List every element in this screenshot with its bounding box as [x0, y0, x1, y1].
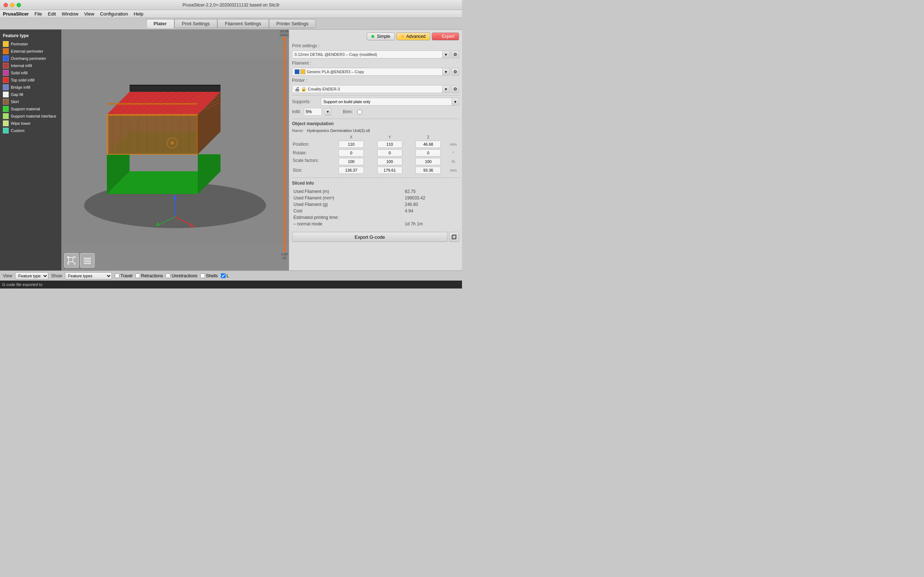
sliced-info-title: Sliced Info — [292, 181, 459, 186]
extra-checkbox-group: L — [221, 273, 229, 279]
menu-file[interactable]: File — [35, 11, 42, 16]
infill-input[interactable] — [304, 108, 322, 116]
menu-configuration[interactable]: Configuration — [100, 11, 128, 16]
main-layout: Feature type PerimeterExternal perimeter… — [0, 29, 462, 271]
supports-dropdown[interactable]: ▼ — [452, 98, 459, 106]
unretractions-checkbox[interactable] — [166, 273, 170, 278]
filament-gear[interactable]: ⚙ — [451, 68, 459, 76]
legend-color — [3, 128, 9, 134]
simple-mode-button[interactable]: Simple — [367, 32, 395, 40]
printer-dropdown[interactable]: ▼ — [443, 85, 450, 93]
scale-x-input[interactable] — [339, 158, 364, 165]
sliced-value: 1d 7h 1m — [401, 221, 459, 227]
tab-print-settings[interactable]: Print Settings — [174, 19, 217, 28]
legend-color — [3, 99, 9, 105]
printer-gear[interactable]: ⚙ — [451, 85, 459, 93]
col-unit — [447, 134, 459, 140]
sliced-info: Sliced Info Used Filament (m)82.75Used F… — [292, 181, 459, 227]
menu-edit[interactable]: Edit — [48, 11, 56, 16]
extra-checkbox[interactable] — [221, 273, 226, 278]
separator-2 — [292, 119, 459, 119]
menu-view[interactable]: View — [84, 11, 94, 16]
print-settings-dropdown[interactable]: ▼ — [443, 50, 450, 58]
menubar: PrusaSlicer File Edit Window View Config… — [0, 10, 462, 18]
position-x-input[interactable] — [339, 141, 364, 148]
size-x-input[interactable] — [339, 167, 364, 174]
tab-filament-settings[interactable]: Filament Settings — [217, 19, 268, 28]
viewport[interactable]: 93.08 (1021) 0.20 (1) — [61, 29, 289, 271]
print-settings-gear[interactable]: ⚙ — [451, 50, 459, 58]
status-bar: G-code file exported to — [0, 280, 462, 288]
brim-checkbox[interactable] — [357, 110, 362, 114]
scale-label: Scale factors: — [292, 157, 332, 164]
object-name-label: Name: — [292, 128, 304, 133]
legend-label: Bridge infill — [11, 85, 30, 89]
scale-y-input[interactable] — [377, 158, 402, 165]
perspective-view-button[interactable] — [64, 253, 79, 268]
size-z-input[interactable] — [415, 167, 441, 174]
scale-unit: % — [447, 157, 459, 166]
advanced-mode-button[interactable]: Advanced — [396, 32, 430, 40]
sliced-info-row: Cost4.94 — [293, 208, 459, 214]
sliced-info-row: Used Filament (g)246.80 — [293, 201, 459, 207]
legend-color — [3, 84, 9, 90]
legend-color — [3, 92, 9, 97]
svg-marker-6 — [107, 115, 198, 154]
infill-arrow-button[interactable]: ▼ — [325, 108, 331, 116]
separator-3 — [292, 177, 459, 178]
infill-label: Infill: — [292, 109, 301, 114]
supports-value: Support on build plate only — [321, 98, 452, 106]
legend-item: Custom — [3, 128, 58, 134]
export-gcode-button[interactable]: Export G-code — [292, 232, 447, 242]
zoom-button[interactable] — [16, 3, 21, 7]
close-button[interactable] — [3, 3, 8, 7]
show-select[interactable]: Feature types — [65, 272, 112, 279]
legend-item: External perimeter — [3, 48, 58, 54]
object-name-value: Hydroponics Germination Unit(3).stl — [307, 128, 370, 133]
legend-item: Internal infill — [3, 63, 58, 69]
minimize-button[interactable] — [10, 3, 15, 7]
svg-marker-25 — [108, 103, 197, 105]
rotate-z-input[interactable] — [415, 149, 441, 156]
export-icon-button[interactable] — [449, 232, 459, 242]
position-y-input[interactable] — [377, 141, 402, 148]
legend-label: Support material interface — [11, 114, 56, 118]
layers-view-button[interactable] — [80, 253, 95, 268]
expert-mode-button[interactable]: Expert — [432, 32, 459, 40]
size-label: Size: — [292, 166, 332, 174]
print-settings-row: Print settings : — [292, 43, 459, 48]
filament-dropdown[interactable]: ▼ — [443, 68, 450, 76]
rotate-x-input[interactable] — [339, 149, 364, 156]
retractions-checkbox[interactable] — [135, 273, 140, 278]
scale-bottom-value: 0.20 (1) — [281, 253, 288, 259]
printer-label-row: Printer : — [292, 78, 459, 83]
titlebar: PrusaSlicer-2.2.0+-202003211132 based on… — [0, 0, 462, 10]
separator-1 — [292, 95, 459, 95]
sliced-label: Used Filament (mm³) — [293, 195, 400, 201]
travel-checkbox-group: Travel — [115, 273, 132, 279]
object-name-row: Name: Hydroponics Germination Unit(3).st… — [292, 128, 459, 133]
tab-printer-settings[interactable]: Printer Settings — [269, 19, 316, 28]
legend-color — [3, 63, 9, 69]
scale-line — [284, 40, 285, 249]
menu-window[interactable]: Window — [62, 11, 78, 16]
view-select[interactable]: Feature type — [15, 272, 48, 279]
legend-label: External perimeter — [11, 49, 43, 53]
position-z-input[interactable] — [415, 141, 441, 148]
rotate-y-input[interactable] — [377, 149, 402, 156]
tab-plater[interactable]: Plater — [146, 19, 174, 28]
legend-panel: Feature type PerimeterExternal perimeter… — [0, 29, 61, 271]
view-controls — [64, 253, 95, 268]
menu-help[interactable]: Help — [134, 11, 143, 16]
sliced-info-row: Estimated printing time: — [293, 214, 459, 220]
scale-z-input[interactable] — [415, 158, 441, 165]
size-y-input[interactable] — [377, 167, 402, 174]
legend-color — [3, 48, 9, 54]
filament-value-row: Generic PLA @ENDER3 – Copy ▼ ⚙ — [292, 68, 459, 76]
shells-checkbox[interactable] — [200, 273, 205, 278]
lock-icon: 🔒 — [301, 87, 307, 92]
legend-label: Top solid infill — [11, 78, 34, 82]
scale-arrow-top — [283, 37, 286, 40]
travel-checkbox[interactable] — [115, 273, 120, 278]
legend-label: Perimeter — [11, 42, 28, 46]
